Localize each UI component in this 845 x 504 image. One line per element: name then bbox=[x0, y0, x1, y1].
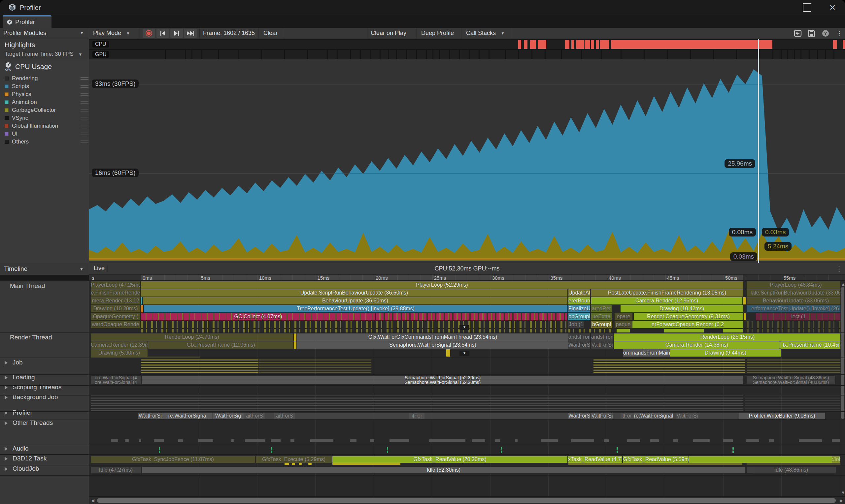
legend-item-ui[interactable]: UI bbox=[0, 130, 89, 138]
load-profile-button[interactable] bbox=[792, 29, 804, 38]
timeline-bar[interactable]: Semaphore.WaitForSignal (48.86ms) bbox=[746, 380, 835, 384]
timeline-bar[interactable]: obGroupID bbox=[568, 313, 590, 320]
timeline-bar[interactable]: GC.Collect (4.07ms) bbox=[141, 313, 375, 320]
target-frame-time-dropdown[interactable]: Target Frame Time: 30 FPS ▼ bbox=[5, 51, 82, 57]
timeline-bar[interactable]: RenderLoop (24.79ms) bbox=[91, 334, 293, 341]
horizontal-scroll-thumb[interactable] bbox=[97, 498, 836, 503]
foldout-arrow-icon[interactable] bbox=[5, 447, 7, 451]
current-frame-playhead[interactable] bbox=[758, 39, 759, 263]
timeline-bar[interactable]: Camera.Render (12.39ms bbox=[91, 341, 147, 349]
timeline-bar[interactable] bbox=[746, 329, 845, 332]
timeline-bar[interactable]: Render.OpaqueGeometry (9.31ms) bbox=[634, 313, 743, 320]
tab-profiler[interactable]: Profiler bbox=[3, 15, 52, 28]
drag-handle-icon[interactable] bbox=[81, 141, 88, 143]
timeline-bar[interactable]: erForwardOpaque.Render (6.2 bbox=[632, 321, 743, 328]
over-budget-frame[interactable] bbox=[524, 40, 527, 49]
timeline-bar[interactable] bbox=[689, 456, 840, 463]
timeline-bar[interactable]: Gfx.PresentFrame (12.06ms) bbox=[148, 341, 294, 349]
timeline-bar[interactable]: ererBound bbox=[568, 297, 590, 304]
profiler-modules-dropdown[interactable]: Profiler Modules ▼ bbox=[0, 28, 88, 39]
timeline-bar[interactable] bbox=[141, 359, 259, 373]
timeline-bar[interactable] bbox=[141, 305, 143, 312]
timeline-bar[interactable]: Camera.Render (14.38ms) bbox=[614, 341, 780, 349]
timeline-bar[interactable]: PlayerLoop (47.25ms bbox=[91, 281, 140, 289]
last-frame-button[interactable] bbox=[184, 29, 197, 38]
timeline-bar[interactable]: itFor bbox=[409, 413, 424, 419]
timeline-bar[interactable]: ommandsFromMain bbox=[623, 349, 670, 357]
drag-handle-icon[interactable] bbox=[81, 109, 88, 111]
scroll-right-icon[interactable]: ▶ bbox=[840, 498, 843, 503]
timeline-bar[interactable]: ore.WaitForSignal (4 bbox=[91, 380, 141, 384]
timeline-bar[interactable]: bGroupI bbox=[591, 321, 612, 328]
over-budget-frame[interactable] bbox=[576, 40, 584, 49]
over-budget-frame[interactable] bbox=[571, 40, 574, 49]
timeline-bar[interactable]: re.WaitForSignal bbox=[634, 413, 673, 419]
over-budget-frame[interactable] bbox=[518, 40, 521, 49]
timeline-bar[interactable]: Update.ScriptRunBehaviourUpdate (36.60ms… bbox=[141, 289, 567, 296]
timeline-bar[interactable] bbox=[446, 349, 450, 357]
over-budget-frame[interactable] bbox=[584, 40, 590, 49]
thread-row-audio[interactable]: Audio bbox=[0, 445, 89, 453]
timeline-bar[interactable]: OpaqueGeometry ( bbox=[91, 313, 140, 320]
timeline-bar[interactable] bbox=[746, 359, 841, 373]
timeline-bar[interactable]: wardOpaque.Rende bbox=[91, 321, 140, 328]
timeline-bar[interactable]: BehaviourUpdate (33.06ms) bbox=[746, 297, 845, 304]
timeline-bar[interactable]: andsFron bbox=[591, 334, 613, 341]
thread-row-job[interactable]: Job bbox=[0, 359, 89, 367]
legend-item-others[interactable]: Others bbox=[0, 138, 89, 146]
highlights-cpu-row[interactable]: CPU bbox=[89, 40, 845, 49]
timeline-bar[interactable]: TreePerformanceTest.Update() [Invoke] (2… bbox=[144, 305, 567, 312]
timeline-bar[interactable]: VaitForSi bbox=[676, 413, 699, 419]
over-budget-frame[interactable] bbox=[565, 40, 569, 49]
drag-handle-icon[interactable] bbox=[81, 125, 88, 127]
foldout-arrow-icon[interactable] bbox=[5, 421, 7, 425]
legend-item-rendering[interactable]: Rendering bbox=[0, 74, 89, 83]
timeline-bar[interactable]: PlayerLoop (52.29ms) bbox=[141, 281, 743, 289]
clear-on-play-button[interactable]: Clear on Play bbox=[367, 28, 417, 39]
timeline-bar[interactable]: WaitForSi bbox=[138, 413, 162, 419]
timeline-bar[interactable] bbox=[141, 329, 567, 332]
timeline-bar[interactable]: e.FinishFrameRende bbox=[91, 289, 140, 296]
thread-row-d3d12-task[interactable]: D3D12 Task bbox=[0, 455, 89, 463]
scroll-up-icon[interactable]: ▲ bbox=[841, 282, 845, 287]
legend-item-vsync[interactable]: VSync bbox=[0, 114, 89, 122]
timeline-bar[interactable] bbox=[294, 334, 296, 341]
timeline-bar[interactable]: Idle (47.27ms) bbox=[91, 467, 141, 473]
vertical-scroll-thumb[interactable] bbox=[841, 287, 844, 419]
timeline-bar[interactable] bbox=[617, 329, 630, 332]
save-profile-button[interactable] bbox=[805, 29, 818, 38]
timeline-bar[interactable] bbox=[744, 313, 746, 320]
over-budget-frame[interactable] bbox=[833, 40, 837, 49]
over-budget-frame[interactable] bbox=[596, 40, 599, 49]
thread-row-render-thread[interactable]: Render Thread bbox=[0, 334, 89, 342]
timeline-bar[interactable]: VaitForSi bbox=[591, 341, 613, 349]
timeline-bar[interactable] bbox=[568, 329, 612, 332]
timeline-bar[interactable]: Drawing (5.90ms) bbox=[91, 349, 147, 357]
thread-row-profiler[interactable]: Profiler bbox=[0, 409, 89, 417]
foldout-arrow-icon[interactable] bbox=[5, 376, 7, 380]
clear-button[interactable]: Clear bbox=[260, 28, 283, 39]
close-button[interactable]: × bbox=[826, 1, 839, 14]
legend-item-global illumination[interactable]: Global Illumination bbox=[0, 122, 89, 130]
timeline-bar[interactable]: GfxTask_ReadValue (20.20ms) bbox=[332, 456, 567, 463]
call-stacks-dropdown[interactable]: Call Stacks ▼ bbox=[463, 28, 512, 39]
maximize-button[interactable] bbox=[803, 3, 811, 12]
timeline-bar[interactable]: xTask_ReadValue (4.71m bbox=[568, 456, 622, 463]
timeline-bar[interactable]: Idle (48.86ms) bbox=[746, 467, 836, 473]
drag-handle-icon[interactable] bbox=[81, 101, 88, 104]
timeline-bar[interactable] bbox=[723, 329, 743, 332]
timeline-bar[interactable] bbox=[594, 359, 745, 373]
timeline-bar[interactable]: WaitForSig bbox=[213, 413, 244, 419]
foldout-arrow-icon[interactable] bbox=[5, 361, 7, 365]
legend-item-scripts[interactable]: Scripts bbox=[0, 83, 89, 90]
timeline-bar[interactable]: lect (1 bbox=[756, 313, 841, 320]
foldout-arrow-icon[interactable] bbox=[5, 467, 7, 471]
legend-item-garbagecollector[interactable]: GarbageCollector bbox=[0, 106, 89, 114]
legend-item-animation[interactable]: Animation bbox=[0, 98, 89, 106]
record-button[interactable] bbox=[143, 29, 155, 38]
timeline-bar[interactable]: GfxTask_SyncJobFence (11.07ms) bbox=[91, 456, 255, 463]
thread-row-other-threads[interactable]: Other Threads bbox=[0, 419, 89, 427]
timeline-bar[interactable]: aredRer bbox=[591, 305, 612, 312]
play-mode-dropdown[interactable]: Play Mode ▼ bbox=[90, 28, 140, 39]
timeline-bar[interactable]: RenderLoop (25.15ms) bbox=[614, 334, 841, 341]
